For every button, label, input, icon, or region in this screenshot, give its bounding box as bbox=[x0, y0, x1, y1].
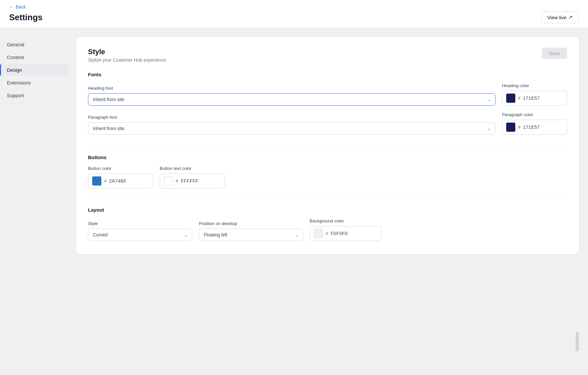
sidebar: General Content Design Extensions Suppor… bbox=[0, 37, 68, 365]
sidebar-item-general[interactable]: General bbox=[0, 38, 68, 51]
layout-bg-color-label: Background color bbox=[310, 218, 381, 223]
button-text-color-field[interactable]: # FFFFFF bbox=[160, 173, 225, 188]
button-color-value: 2A74BF bbox=[109, 178, 127, 184]
layout-bg-color-field[interactable]: # F0F0F0 bbox=[310, 226, 381, 241]
scrollbar[interactable] bbox=[576, 332, 579, 352]
back-link[interactable]: ← Back bbox=[9, 4, 26, 9]
layout-section-label: Layout bbox=[88, 207, 567, 213]
heading-color-label: Heading color bbox=[502, 83, 567, 88]
view-live-label: View live bbox=[547, 15, 566, 20]
page-title: Settings bbox=[9, 12, 43, 22]
paragraph-color-value: 171E57 bbox=[523, 125, 540, 130]
heading-color-value: 171E57 bbox=[523, 96, 540, 101]
heading-color-field[interactable]: # 171E57 bbox=[502, 91, 567, 106]
buttons-section-label: Buttons bbox=[88, 155, 567, 160]
paragraph-font-label: Paragraph font bbox=[88, 115, 495, 120]
layout-style-label: Style bbox=[88, 221, 192, 226]
layout-style-select-wrapper: Curved ⌄ bbox=[88, 229, 192, 241]
section-subtitle: Stylize your Customer Hub experience. bbox=[88, 57, 167, 63]
paragraph-color-field[interactable]: # 171E57 bbox=[502, 120, 567, 135]
layout-bg-color-value: F0F0F0 bbox=[331, 231, 348, 236]
button-text-color-value: FFFFFF bbox=[181, 178, 198, 184]
layout-bg-color-swatch[interactable] bbox=[314, 229, 323, 238]
section-title: Style bbox=[88, 48, 167, 56]
button-text-color-label: Button text color bbox=[160, 166, 225, 171]
main-panel: Style Stylize your Customer Hub experien… bbox=[76, 37, 579, 254]
arrow-left-icon: ← bbox=[9, 4, 14, 9]
heading-color-swatch[interactable] bbox=[506, 94, 515, 103]
paragraph-font-select-wrapper: Inherit from site ⌄ bbox=[88, 122, 495, 135]
sidebar-item-extensions[interactable]: Extensions bbox=[0, 77, 68, 89]
heading-font-select[interactable]: Inherit from site bbox=[88, 93, 495, 106]
layout-position-select[interactable]: Floating left bbox=[199, 229, 303, 241]
button-color-label: Button color bbox=[88, 166, 153, 171]
external-link-icon: ↗ bbox=[568, 14, 573, 20]
paragraph-color-label: Paragraph color bbox=[502, 112, 567, 117]
button-color-swatch[interactable] bbox=[92, 176, 101, 186]
layout-position-label: Position on desktop bbox=[199, 221, 303, 226]
sidebar-item-design[interactable]: Design bbox=[0, 64, 68, 76]
button-text-color-swatch[interactable] bbox=[164, 176, 173, 186]
layout-style-select[interactable]: Curved bbox=[88, 229, 192, 241]
button-color-field[interactable]: # 2A74BF bbox=[88, 173, 153, 188]
paragraph-color-swatch[interactable] bbox=[506, 123, 515, 132]
sidebar-item-support[interactable]: Support bbox=[0, 89, 68, 101]
save-button[interactable]: Save bbox=[542, 48, 567, 59]
heading-font-select-wrapper: Inherit from site ⌄ bbox=[88, 93, 495, 106]
fonts-section-label: Fonts bbox=[88, 72, 567, 77]
back-label: Back bbox=[16, 4, 26, 9]
layout-position-select-wrapper: Floating left ⌄ bbox=[199, 229, 303, 241]
view-live-button[interactable]: View live ↗ bbox=[541, 11, 579, 23]
heading-font-label: Heading font bbox=[88, 86, 495, 91]
sidebar-item-content[interactable]: Content bbox=[0, 51, 68, 63]
paragraph-font-select[interactable]: Inherit from site bbox=[88, 122, 495, 135]
